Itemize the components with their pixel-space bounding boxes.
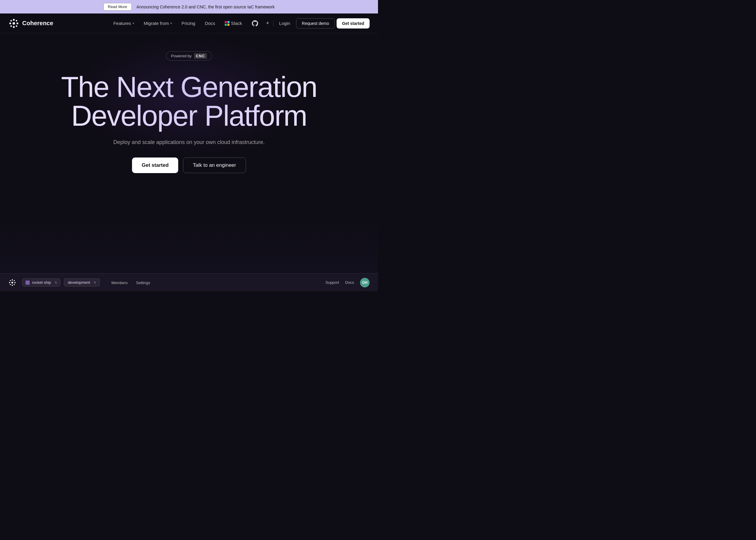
svg-point-14	[10, 280, 11, 281]
login-button[interactable]: Login	[275, 18, 294, 28]
svg-point-6	[16, 20, 17, 21]
migrate-dropdown-icon: ▾	[171, 22, 172, 25]
app-color-dot	[26, 281, 30, 285]
migrate-from-nav-item[interactable]: Migrate from ▾	[140, 18, 176, 28]
app-nav-menu: Members Settings	[107, 280, 154, 285]
svg-point-10	[12, 279, 13, 281]
svg-point-2	[13, 26, 15, 28]
hero-talk-engineer-button[interactable]: Talk to an engineer	[183, 158, 246, 173]
svg-point-7	[11, 25, 12, 27]
cnc-logo: CNC	[194, 53, 207, 59]
hero-subtitle: Deploy and scale applications on your ow…	[113, 139, 265, 146]
svg-point-17	[14, 284, 15, 285]
svg-point-1	[13, 19, 15, 21]
app-bar-logo-icon	[8, 279, 16, 287]
svg-point-5	[11, 20, 12, 21]
svg-point-12	[9, 282, 10, 283]
features-dropdown-icon: ▾	[133, 22, 134, 25]
logo-link[interactable]: Coherence	[8, 18, 53, 29]
app-selector[interactable]: rocket ship ⇅	[22, 278, 60, 287]
app-selector-chevron-icon: ⇅	[55, 281, 57, 284]
svg-point-0	[13, 22, 15, 25]
features-nav-item[interactable]: Features ▾	[109, 18, 138, 28]
docs-link[interactable]: Docs	[345, 280, 354, 285]
app-bar: rocket ship ⇅ development ⇅ Members Sett…	[0, 273, 378, 291]
nav-menu: Features ▾ Migrate from ▾ Pricing Docs	[109, 18, 272, 29]
plus-nav-item[interactable]: +	[264, 19, 272, 27]
members-nav-item[interactable]: Members	[107, 279, 132, 287]
read-more-button[interactable]: Read More	[103, 3, 132, 11]
hero-spacer	[0, 219, 378, 273]
svg-point-16	[10, 284, 11, 285]
env-selector-chevron-icon: ⇅	[94, 281, 96, 284]
slack-icon	[225, 21, 229, 26]
github-icon	[252, 20, 258, 27]
navbar: Coherence Features ▾ Migrate from ▾ Pric…	[0, 14, 378, 33]
announcement-banner: Read More Announcing Coherence 2.0 and C…	[0, 0, 378, 14]
svg-point-15	[14, 280, 15, 281]
powered-by-badge: Powered by CNC	[166, 51, 212, 61]
request-demo-button[interactable]: Request demo	[296, 18, 335, 29]
app-bar-right: Support Docs GH	[325, 278, 370, 287]
env-name: development	[68, 280, 90, 285]
hero-title: The Next Generation Developer Platform	[54, 72, 324, 130]
github-nav-item[interactable]	[247, 18, 263, 29]
get-started-nav-button[interactable]: Get started	[336, 18, 370, 29]
nav-divider	[273, 20, 274, 26]
svg-point-13	[14, 282, 16, 283]
svg-point-11	[12, 285, 13, 286]
svg-point-4	[17, 23, 18, 24]
svg-point-3	[9, 23, 11, 24]
hero-cta: Get started Talk to an engineer	[132, 158, 246, 173]
app-name: rocket ship	[32, 280, 51, 285]
banner-text: Announcing Coherence 2.0 and CNC, the fi…	[137, 5, 275, 9]
coherence-logo-icon	[8, 18, 19, 29]
settings-nav-item[interactable]: Settings	[132, 279, 155, 287]
docs-nav-item[interactable]: Docs	[201, 18, 219, 28]
slack-nav-item[interactable]: Slack	[220, 18, 246, 28]
hero-get-started-button[interactable]: Get started	[132, 158, 178, 173]
pricing-nav-item[interactable]: Pricing	[177, 18, 199, 28]
svg-point-9	[11, 282, 13, 284]
support-link[interactable]: Support	[325, 280, 339, 285]
user-avatar[interactable]: GH	[360, 278, 370, 287]
svg-point-8	[16, 25, 17, 27]
env-selector[interactable]: development ⇅	[64, 278, 100, 287]
logo-text: Coherence	[22, 20, 53, 27]
hero-section: Powered by CNC The Next Generation Devel…	[0, 33, 378, 219]
